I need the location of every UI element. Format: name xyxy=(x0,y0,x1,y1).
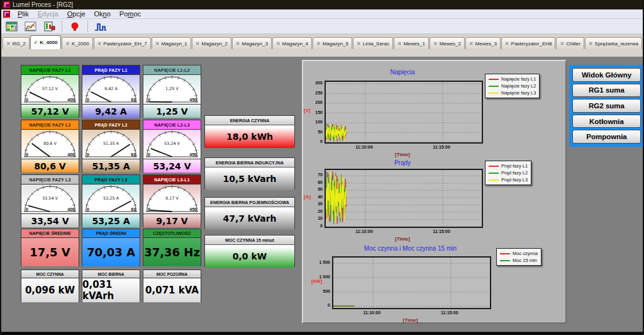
nav-button-rg1-suma[interactable]: RG1 suma xyxy=(572,84,641,98)
menu-edycja[interactable]: Edycja xyxy=(33,10,63,18)
chart-ytick: 300 xyxy=(304,81,323,85)
tab-close-icon: ✕ xyxy=(433,41,438,47)
legend-item: Moc 15 min xyxy=(500,258,538,263)
tab-rg-2[interactable]: ✕RG_2 xyxy=(3,37,30,49)
nav-button-widok-g-wny[interactable]: Widok Główny xyxy=(572,68,641,82)
svg-text:57,12 V: 57,12 V xyxy=(42,86,58,91)
gauge-title: NAPIĘCIE L1-L2 xyxy=(143,65,201,75)
main-canvas: NAPIĘCIE FAZY L157,12 V040057,12 VPRĄD F… xyxy=(1,57,643,332)
nav-button-kot-ownia[interactable]: Kotłownia xyxy=(572,115,641,128)
gauge-title: NAPIĘCIE FAZY L3 xyxy=(21,175,79,185)
tab-close-icon: ✕ xyxy=(97,41,102,47)
gauge-title: NAPIĘCIE FAZY L2 xyxy=(21,120,79,130)
legend-label: Napięcie fazy L3 xyxy=(501,90,536,96)
tab-label: K_2000 xyxy=(72,41,89,47)
menubar: PlikEdycjaOpcjeOknoPomoc xyxy=(1,9,643,19)
meter-moc-czynna: MOC CZYNNA0,096 kW xyxy=(21,270,79,302)
chart-xlabel: [Time] xyxy=(325,152,480,157)
gauge-value: 57,12 V xyxy=(21,105,79,118)
legend-label: Prąd fazy L3 xyxy=(501,177,528,183)
gauge-title: PRĄD FAZY L1 xyxy=(82,65,140,75)
legend-swatch xyxy=(500,253,510,254)
gauge-pr-d-fazy-l2: PRĄD FAZY L251,35 A06351,35 A xyxy=(82,120,140,173)
meter-title: MOC CZYNNA xyxy=(21,270,79,278)
svg-text:0: 0 xyxy=(26,207,28,212)
gauge-title: PRĄD FAZY L3 xyxy=(82,175,140,185)
tab-close-icon: ✕ xyxy=(357,41,361,47)
gauge-dial: 1,25 V0450 xyxy=(143,75,201,105)
gauge-title: NAPIĘCIE L3-L1 xyxy=(143,175,201,185)
menu-plik[interactable]: Plik xyxy=(13,10,33,18)
titlebar: Lumel Proces - [RG2] xyxy=(1,0,643,9)
tab-magazyn-3[interactable]: ✕Magazyn_3 xyxy=(232,37,272,49)
window-title: Lumel Proces - [RG2] xyxy=(13,1,73,8)
nav-button-rg2-suma[interactable]: RG2 suma xyxy=(572,99,641,113)
tab-magazyn-1[interactable]: ✕Magazyn_1 xyxy=(152,37,191,49)
tab-linia-serac[interactable]: ✕Linia_Serac xyxy=(353,37,393,49)
energy-panel-energia-bierna-indukcyjna: ENERGIA BIERNA INDUKCYJNA10,5 kVarh xyxy=(204,157,295,190)
gauge-value: 33,54 V xyxy=(21,214,79,227)
svg-text:0: 0 xyxy=(26,152,28,157)
report-icon[interactable] xyxy=(42,20,57,33)
tab-spr-arka-rezerwa[interactable]: ✕Sprężarka_rezerwa xyxy=(585,37,642,49)
menu-okno[interactable]: Okno xyxy=(90,10,115,18)
svg-text:0: 0 xyxy=(26,98,28,102)
alarm-lamp-icon[interactable] xyxy=(67,20,82,33)
tabbar: ✕RG_2✓K_4000✕K_2000✕Pasteryzator_EH_7✕Ma… xyxy=(1,34,643,49)
app-window: Lumel Proces - [RG2] PlikEdycjaOpcjeOkno… xyxy=(0,0,644,335)
tab-pasteryzator-eh-7[interactable]: ✕Pasteryzator_EH_7 xyxy=(94,37,151,49)
chart-xtick: 11:10:00 xyxy=(356,310,387,315)
bar-graph-icon[interactable] xyxy=(93,20,108,33)
gauge-value: 53,24 V xyxy=(143,159,201,173)
meter-title: CZĘSTOTLIWOŚĆ xyxy=(143,229,201,238)
tab-label: Magazyn_5 xyxy=(323,41,348,47)
tab-magazyn-4[interactable]: ✕Magazyn_4 xyxy=(272,37,312,49)
chart-xtick: 11:15:00 xyxy=(434,310,465,315)
tab-mewes-3[interactable]: ✕Mewes_3 xyxy=(465,37,501,49)
tab-magazyn-2[interactable]: ✕Magazyn_2 xyxy=(192,37,231,49)
chart-ylabel: [A] xyxy=(304,194,311,200)
svg-text:450: 450 xyxy=(189,98,197,102)
gauge-value: 80,6 V xyxy=(21,159,79,173)
tab-k-2000[interactable]: ✕K_2000 xyxy=(62,37,92,49)
nav-button-pompownia[interactable]: Pompownia xyxy=(572,130,641,144)
gauge-value: 53,25 A xyxy=(82,214,140,227)
chart-title-pr-dy: Prądy xyxy=(325,159,480,166)
menu-pomoc[interactable]: Pomoc xyxy=(115,10,145,18)
svg-text:0: 0 xyxy=(148,98,150,102)
svg-text:53,25 A: 53,25 A xyxy=(103,196,119,201)
tab-chiller[interactable]: ✕Chiller xyxy=(556,37,584,49)
tab-mewes-2[interactable]: ✕Mewes_2 xyxy=(430,37,465,49)
chart-ytick: 0 xyxy=(311,303,330,307)
gauge-value: 51,35 A xyxy=(82,159,140,173)
mdi-child-icon xyxy=(3,11,10,18)
meter-cz-stotliwo: CZĘSTOTLIWOŚĆ37,36 Hz xyxy=(143,229,201,266)
tab-label: Magazyn_1 xyxy=(161,41,187,47)
chart-ytick: 50 xyxy=(304,130,323,134)
menu-opcje[interactable]: Opcje xyxy=(63,10,90,18)
tab-magazyn-5[interactable]: ✕Magazyn_5 xyxy=(313,37,352,49)
toolbar-separator xyxy=(62,21,62,32)
tab-pasteryzator-eh8[interactable]: ✕Pasteryzator_EH8 xyxy=(501,37,556,49)
legend-label: Prąd fazy L1 xyxy=(501,163,528,169)
legend-item: Napięcie fazy L2 xyxy=(489,83,536,89)
tab-label: K_4000 xyxy=(40,40,57,45)
chart-legend: Prąd fazy L1Prąd fazy L2Prąd fazy L3 xyxy=(485,161,531,185)
gauge-dial: 9,42 A063 xyxy=(82,75,140,105)
tab-k-4000[interactable]: ✓K_4000 xyxy=(30,35,62,49)
meter-moc-bierna: MOC BIERNA0,031 kVArh xyxy=(82,270,140,302)
chart-ytick: 10 xyxy=(304,216,323,220)
trend-chart-icon[interactable] xyxy=(23,20,38,33)
energy-value: 10,5 kVarh xyxy=(205,168,294,190)
legend-item: Napięcie fazy L1 xyxy=(489,76,536,82)
menu-items: PlikEdycjaOpcjeOknoPomoc xyxy=(13,10,145,18)
gauge-pr-d-fazy-l3: PRĄD FAZY L353,25 A06353,25 A xyxy=(82,174,140,227)
data-table-icon[interactable] xyxy=(4,20,19,33)
legend-swatch xyxy=(489,86,499,87)
gauge-napi-cie-fazy-l3: NAPIĘCIE FAZY L333,54 V040033,54 V xyxy=(21,174,79,227)
legend-label: Napięcie fazy L2 xyxy=(501,83,536,89)
tab-mewes-1[interactable]: ✕Mewes_1 xyxy=(394,37,429,49)
legend-label: Moc 15 min xyxy=(513,258,537,263)
tab-label: Pasteryzator_EH_7 xyxy=(103,41,147,47)
meter-title: MOC BIERNA xyxy=(82,270,140,278)
